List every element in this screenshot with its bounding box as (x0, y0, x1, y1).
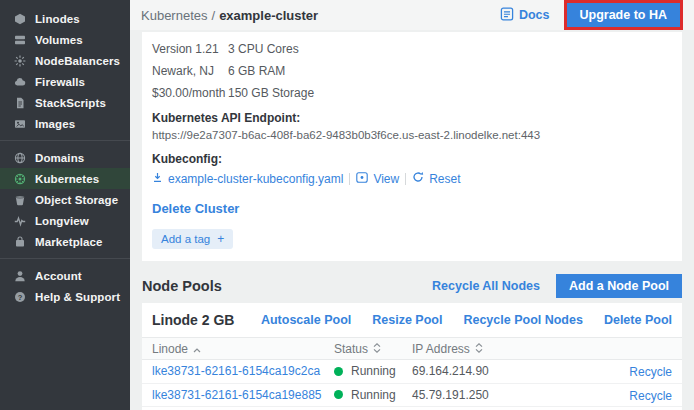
sidebar-item-stackscripts[interactable]: StackScripts (0, 92, 130, 113)
kubeconfig-view-link[interactable]: View (356, 172, 399, 186)
table-row: lke38731-62161-6154ca19e885 Running 45.7… (142, 384, 682, 408)
node-actions: Recycle (629, 362, 672, 380)
cluster-region: Newark, NJ (152, 65, 228, 78)
recycle-all-nodes-link[interactable]: Recycle All Nodes (432, 279, 540, 293)
node-status: Running (334, 364, 412, 378)
view-icon (356, 172, 368, 186)
column-header-ip-address[interactable]: IP Address (412, 342, 672, 356)
sidebar-divider (0, 258, 130, 259)
sidebar-item-longview[interactable]: Longview (0, 210, 130, 231)
kubeconfig-view-label: View (373, 172, 399, 186)
sidebar: Linodes Volumes NodeBalancers Firewalls (0, 0, 130, 410)
column-header-status[interactable]: Status (334, 342, 412, 356)
status-label: Running (351, 364, 396, 378)
sidebar-item-label: Images (35, 118, 75, 130)
sidebar-item-label: Object Storage (35, 194, 118, 206)
node-status: Running (334, 388, 412, 402)
longview-icon (13, 214, 26, 227)
kubeconfig-filename: example-cluster-kubeconfig.yaml (168, 172, 343, 186)
node-pools-header: Node Pools Recycle All Nodes Add a Node … (130, 274, 694, 298)
node-link[interactable]: lke38731-62161-6154ca19c2ca (152, 364, 334, 378)
kubeconfig-label: Kubeconfig: (152, 152, 672, 166)
table-row: lke38731-62161-6154ca19c2ca Running 69.1… (142, 360, 682, 384)
sidebar-item-volumes[interactable]: Volumes (0, 29, 130, 50)
sidebar-item-label: Account (35, 270, 82, 282)
node-pools-title: Node Pools (142, 278, 222, 294)
column-header-linode[interactable]: Linode (152, 342, 334, 356)
stackscripts-icon (13, 96, 26, 109)
divider (349, 173, 350, 185)
sidebar-item-domains[interactable]: Domains (0, 147, 130, 168)
download-icon (152, 172, 163, 186)
sort-updown-icon (373, 342, 381, 356)
kubeconfig-reset-label: Reset (429, 172, 460, 186)
main-content: Kubernetes / example-cluster Docs Upgrad… (130, 0, 694, 410)
recycle-node-link[interactable]: Recycle (629, 389, 672, 403)
kubeconfig-reset-link[interactable]: Reset (412, 171, 460, 186)
delete-cluster-link[interactable]: Delete Cluster (152, 201, 239, 216)
cluster-price: $30.00/month (152, 87, 228, 100)
kubeconfig-download-link[interactable]: example-cluster-kubeconfig.yaml (152, 172, 343, 186)
sidebar-item-help-support[interactable]: ? Help & Support (0, 286, 130, 307)
divider (405, 173, 406, 185)
upgrade-highlight-box: Upgrade to HA (564, 0, 684, 30)
recycle-node-link[interactable]: Recycle (629, 365, 672, 379)
docs-label: Docs (519, 8, 550, 22)
domains-icon (13, 151, 26, 164)
topbar: Kubernetes / example-cluster Docs Upgrad… (130, 0, 694, 30)
help-icon: ? (13, 290, 26, 303)
node-actions: Recycle (629, 386, 672, 404)
upgrade-to-ha-button[interactable]: Upgrade to HA (567, 3, 681, 27)
sidebar-item-firewalls[interactable]: Firewalls (0, 71, 130, 92)
linode-icon (13, 12, 26, 25)
sort-updown-icon (475, 342, 483, 356)
add-node-pool-button[interactable]: Add a Node Pool (556, 274, 682, 298)
sidebar-item-label: Volumes (35, 34, 83, 46)
kubernetes-icon (13, 172, 26, 185)
sidebar-item-label: Longview (35, 215, 89, 227)
sidebar-item-linodes[interactable]: Linodes (0, 8, 130, 29)
node-pools-actions: Recycle All Nodes Add a Node Pool (432, 274, 682, 298)
sidebar-item-account[interactable]: Account (0, 265, 130, 286)
status-dot-running (334, 367, 343, 376)
cluster-summary-grid: Version 1.21 3 CPU Cores Newark, NJ 6 GB… (152, 40, 672, 100)
cluster-storage: 150 GB Storage (228, 87, 672, 100)
firewalls-icon (13, 75, 26, 88)
autoscale-pool-link[interactable]: Autoscale Pool (261, 313, 351, 327)
svg-text:?: ? (17, 292, 22, 301)
nodebalancers-icon (13, 54, 26, 67)
column-label: Linode (152, 342, 188, 356)
column-label: Status (334, 342, 368, 356)
node-ip: 69.164.214.90 (412, 364, 629, 378)
cluster-summary-card: Version 1.21 3 CPU Cores Newark, NJ 6 GB… (142, 32, 682, 261)
breadcrumb: Kubernetes / example-cluster (141, 8, 318, 23)
delete-pool-link[interactable]: Delete Pool (604, 313, 672, 327)
pool-head: Linode 2 GB Autoscale Pool Resize Pool R… (142, 303, 682, 337)
tag-row: Add a tag + (152, 229, 672, 249)
add-tag-label: Add a tag (161, 233, 210, 245)
sidebar-item-label: StackScripts (35, 97, 106, 109)
sidebar-item-kubernetes[interactable]: Kubernetes (0, 168, 130, 189)
docs-link[interactable]: Docs (500, 7, 550, 24)
status-dot-running (334, 390, 343, 399)
resize-pool-link[interactable]: Resize Pool (372, 313, 442, 327)
add-tag-button[interactable]: Add a tag + (152, 229, 233, 249)
node-link[interactable]: lke38731-62161-6154ca19e885 (152, 388, 334, 402)
sidebar-item-nodebalancers[interactable]: NodeBalancers (0, 50, 130, 71)
sidebar-item-label: Firewalls (35, 76, 85, 88)
sidebar-divider (0, 140, 130, 141)
sidebar-item-images[interactable]: Images (0, 113, 130, 134)
marketplace-icon (13, 235, 26, 248)
sidebar-item-object-storage[interactable]: Object Storage (0, 189, 130, 210)
account-icon (13, 269, 26, 282)
plus-icon: + (217, 232, 224, 246)
images-icon (13, 117, 26, 130)
breadcrumb-kubernetes-link[interactable]: Kubernetes (141, 8, 208, 23)
sidebar-item-label: Help & Support (35, 291, 120, 303)
cluster-ram: 6 GB RAM (228, 65, 672, 78)
recycle-pool-nodes-link[interactable]: Recycle Pool Nodes (463, 313, 583, 327)
topbar-actions: Docs Upgrade to HA (500, 0, 683, 30)
volumes-icon (13, 33, 26, 46)
cluster-version: Version 1.21 (152, 43, 228, 56)
sidebar-item-marketplace[interactable]: Marketplace (0, 231, 130, 252)
